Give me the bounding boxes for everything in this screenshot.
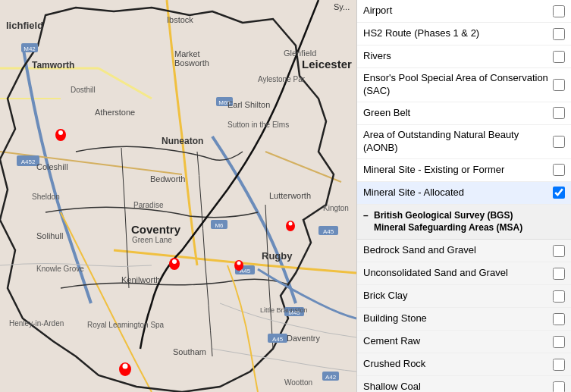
layer-bedrock-sand-checkbox[interactable] [553,245,565,257]
svg-text:Wootton: Wootton [284,378,312,387]
svg-text:Sutton in the Elms: Sutton in the Elms [227,121,289,129]
svg-point-57 [172,259,177,264]
svg-text:Bedworth: Bedworth [150,174,185,183]
svg-point-61 [289,222,293,226]
svg-text:A42: A42 [325,374,337,381]
layer-hs2-label: HS2 Route (Phases 1 & 2) [363,27,553,40]
layer-aonb-checkbox[interactable] [553,136,565,148]
svg-text:Market: Market [174,49,200,58]
svg-text:Rugby: Rugby [262,250,293,262]
layer-mineral-allocated[interactable]: Mineral Site - Allocated [357,182,571,205]
layer-ensors-pool-checkbox[interactable] [553,79,565,91]
svg-text:Nuneaton: Nuneaton [162,136,203,146]
svg-text:Leicester: Leicester [302,58,352,71]
layer-airport[interactable]: Airport [357,0,571,23]
bgs-title-line1: British Geological Survey (BGS) [374,210,513,221]
svg-text:Royal Leamington Spa: Royal Leamington Spa [87,321,165,329]
layer-mineral-allocated-label: Mineral Site - Allocated [363,187,553,199]
svg-text:Solihull: Solihull [36,231,63,240]
layer-shallow-coal-checkbox[interactable] [553,381,565,392]
svg-text:Southam: Southam [173,347,206,356]
layer-bedrock-sand-label: Bedrock Sand and Gravel [363,244,553,257]
svg-text:Kenilworth: Kenilworth [121,275,160,284]
layer-cement-raw-label: Cement Raw [363,335,553,348]
layer-rivers-label: Rivers [363,50,553,63]
svg-text:Bosworth: Bosworth [174,58,209,67]
bgs-title-line2: Mineral Safeguarding Areas (MSA) [363,222,522,233]
svg-text:M6: M6 [215,222,224,229]
layer-green-belt[interactable]: Green Belt [357,102,571,125]
svg-text:Aylestone Par: Aylestone Par [258,75,306,83]
svg-text:Atherstone: Atherstone [95,108,135,117]
layer-hs2[interactable]: HS2 Route (Phases 1 & 2) [357,23,571,45]
layer-ensors-pool[interactable]: Ensor's Pool Special Area of Conservatio… [357,68,571,102]
layer-mineral-existing[interactable]: Mineral Site - Existing or Former [357,159,571,182]
layer-rivers[interactable]: Rivers [357,45,571,68]
layer-mineral-existing-label: Mineral Site - Existing or Former [363,164,553,177]
layer-cement-raw[interactable]: Cement Raw [357,331,571,353]
svg-point-55 [58,130,63,135]
bgs-collapse-icon[interactable]: – [363,210,369,221]
svg-text:Sy...: Sy... [334,2,350,11]
svg-text:Coventry: Coventry [131,223,181,236]
svg-text:A452: A452 [21,158,36,165]
layer-bedrock-sand[interactable]: Bedrock Sand and Gravel [357,240,571,262]
svg-point-59 [237,262,241,265]
layer-unconsolidated-sand[interactable]: Unconsolidated Sand and Gravel [357,262,571,285]
svg-text:M42: M42 [24,45,36,52]
svg-text:A45: A45 [272,336,284,343]
layer-shallow-coal-label: Shallow Coal [363,381,553,392]
layer-mineral-existing-checkbox[interactable] [553,164,565,176]
layer-aonb-label: Area of Outstanding Natural Beauty (AONB… [363,129,553,155]
layer-building-stone-label: Building Stone [363,312,553,325]
bgs-group-header: – British Geological Survey (BGS) Minera… [357,205,571,240]
layer-rivers-checkbox[interactable] [553,51,565,63]
svg-text:Green Lane: Green Lane [132,236,172,244]
map-area[interactable]: A452 M6 A45 A45 M45 M69 M42 A45 A42 lich… [0,0,356,392]
svg-text:Kington: Kington [323,204,349,212]
layer-brick-clay-label: Brick Clay [363,290,553,303]
layer-brick-clay[interactable]: Brick Clay [357,285,571,308]
layer-aonb[interactable]: Area of Outstanding Natural Beauty (AONB… [357,125,571,159]
svg-text:Paradise: Paradise [133,201,164,209]
svg-text:Sheldon: Sheldon [32,193,60,201]
svg-text:Dosthill: Dosthill [71,86,96,94]
svg-text:Tamworth: Tamworth [32,60,74,71]
svg-text:Daventry: Daventry [287,334,321,343]
layer-crushed-rock-label: Crushed Rock [363,358,553,371]
layer-building-stone[interactable]: Building Stone [357,308,571,331]
layer-airport-checkbox[interactable] [553,5,565,17]
layer-crushed-rock-checkbox[interactable] [553,359,565,371]
svg-text:A45: A45 [323,228,334,235]
layer-hs2-checkbox[interactable] [553,28,565,40]
layer-building-stone-checkbox[interactable] [553,313,565,325]
layer-brick-clay-checkbox[interactable] [553,290,565,303]
layer-crushed-rock[interactable]: Crushed Rock [357,353,571,376]
layer-shallow-coal[interactable]: Shallow Coal [357,376,571,392]
svg-text:Coleshill: Coleshill [36,162,68,171]
svg-text:Knowle Grove: Knowle Grove [36,265,84,273]
layer-cement-raw-checkbox[interactable] [553,336,565,348]
layer-airport-label: Airport [363,5,553,17]
layer-mineral-allocated-checkbox[interactable] [553,187,565,199]
layer-ensors-pool-label: Ensor's Pool Special Area of Conservatio… [363,72,553,98]
sidebar-panel: Airport HS2 Route (Phases 1 & 2) Rivers … [356,0,571,392]
svg-text:Henley-in-Arden: Henley-in-Arden [9,319,64,328]
svg-text:Little Braunston: Little Braunston [260,306,308,314]
layer-green-belt-label: Green Belt [363,107,553,120]
svg-text:Glenfield: Glenfield [284,49,316,58]
svg-text:Earl Shilton: Earl Shilton [227,100,270,109]
layer-green-belt-checkbox[interactable] [553,107,565,119]
svg-text:Lutterworth: Lutterworth [269,191,311,200]
svg-point-63 [123,364,128,369]
svg-text:lichfield: lichfield [6,20,43,31]
layer-unconsolidated-sand-checkbox[interactable] [553,268,565,280]
svg-text:Ibstock: Ibstock [167,15,193,24]
layer-unconsolidated-sand-label: Unconsolidated Sand and Gravel [363,267,553,280]
